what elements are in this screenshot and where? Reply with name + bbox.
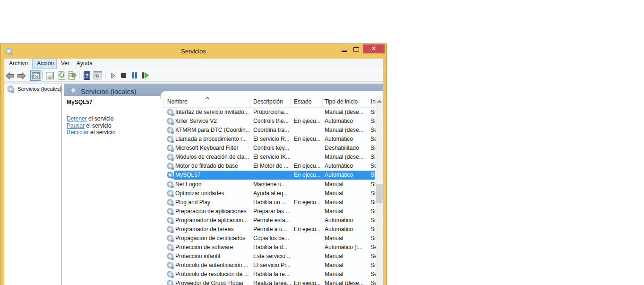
svg-text:?: ?	[85, 73, 88, 79]
